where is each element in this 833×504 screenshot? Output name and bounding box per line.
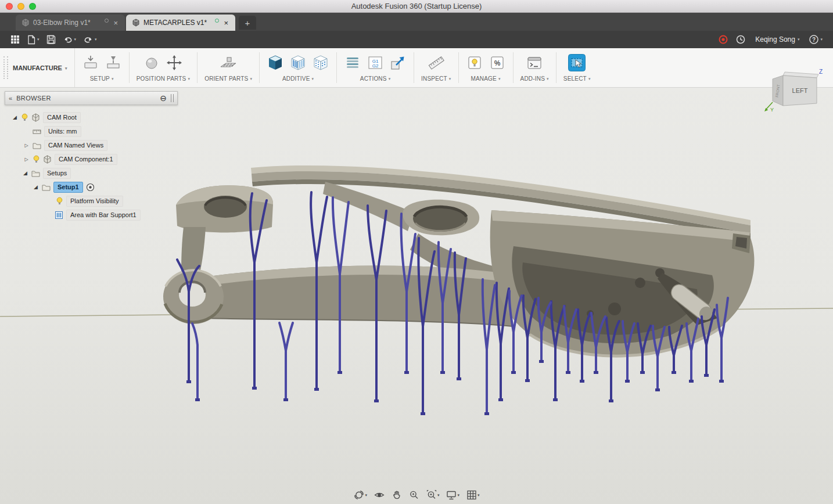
support-bars-button[interactable]: [289, 54, 307, 71]
fit-button[interactable]: ▾: [425, 489, 440, 501]
viewcube-face-label[interactable]: LEFT: [792, 87, 808, 94]
help-menu-button[interactable]: ? ▾: [805, 33, 826, 46]
select-tool-button[interactable]: [568, 53, 586, 72]
export-button[interactable]: [389, 54, 407, 71]
zoom-button[interactable]: [408, 489, 420, 501]
additive-setup-button[interactable]: [105, 54, 122, 71]
bar-support-icon: [55, 211, 63, 219]
support-solid-button[interactable]: [267, 54, 284, 71]
undo-button[interactable]: ▾: [59, 34, 80, 45]
additive-menu[interactable]: ADDITIVE▾: [282, 75, 314, 82]
visibility-bulb-icon[interactable]: [21, 113, 28, 121]
tree-item-label: Setups: [43, 168, 71, 179]
job-status-button[interactable]: [732, 33, 749, 46]
hide-panel-icon[interactable]: ⊖: [160, 94, 167, 102]
ribbon-group-inspect: INSPECT▾: [414, 48, 458, 87]
dropdown-caret-icon: ▾: [798, 37, 800, 42]
scripts-addins-button[interactable]: [526, 54, 543, 71]
visibility-bulb-icon[interactable]: [33, 155, 40, 163]
dropdown-caret-icon: ▾: [312, 77, 314, 81]
tree-item-units[interactable]: Units: mm: [33, 125, 178, 137]
orbit-button[interactable]: ▾: [353, 489, 368, 501]
tree-item-label: CAM Named Views: [44, 140, 107, 151]
redo-icon: [83, 35, 94, 44]
redo-button[interactable]: ▾: [80, 34, 100, 45]
user-menu[interactable]: Keqing Song ▾: [755, 35, 799, 44]
tab-label: 03-Elbow Ring v1*: [33, 19, 101, 27]
window-title: Autodesk Fusion 360 (Startup License): [351, 2, 482, 10]
actions-menu[interactable]: ACTIONS▾: [360, 75, 391, 82]
machine-library-button[interactable]: %: [489, 54, 506, 71]
app-grid-button[interactable]: [7, 33, 23, 46]
browser-title: BROWSER: [16, 95, 51, 102]
close-window-button[interactable]: [6, 3, 13, 10]
minimize-window-button[interactable]: [17, 3, 24, 10]
workspace-selector[interactable]: MANUFACTURE ▾: [9, 48, 74, 87]
dropdown-caret-icon: ▾: [65, 66, 67, 71]
expand-arrow-icon[interactable]: ◢: [33, 184, 39, 190]
tree-item-area-bar-support[interactable]: Area with Bar Support1: [55, 209, 178, 221]
tree-item-setup1[interactable]: ◢ Setup1: [33, 181, 178, 193]
print-settings-button[interactable]: [466, 54, 483, 71]
ribbon-group-orient-parts: ORIENT PARTS▾: [198, 48, 259, 87]
measure-button[interactable]: [428, 54, 445, 71]
pan-button[interactable]: [390, 489, 403, 501]
select-menu[interactable]: SELECT▾: [563, 75, 591, 82]
record-button[interactable]: [714, 33, 732, 46]
new-setup-button[interactable]: [82, 54, 99, 71]
tree-item-cam-component[interactable]: ▷ CAM Component:1: [23, 153, 178, 165]
setup-menu[interactable]: SETUP▾: [90, 75, 114, 82]
document-tab-elbow-ring[interactable]: 03-Elbow Ring v1* ×: [16, 15, 125, 31]
ribbon-grip[interactable]: [3, 56, 8, 79]
orient-parts-button[interactable]: [219, 54, 238, 71]
display-settings-button[interactable]: ▾: [446, 489, 461, 501]
collapse-panel-icon[interactable]: «: [9, 95, 11, 102]
target-icon[interactable]: [86, 183, 95, 192]
document-tab-metacarples[interactable]: METACARPLES v1* ×: [126, 15, 235, 31]
setups-folder-icon: [31, 170, 40, 177]
support-lattice-button[interactable]: [312, 54, 329, 71]
tree-item-platform-visibility[interactable]: Platform Visibility: [56, 195, 178, 207]
expand-arrow-icon[interactable]: ▷: [23, 157, 30, 162]
tree-item-cam-named-views[interactable]: ▷ CAM Named Views: [23, 139, 178, 151]
dropdown-caret-icon: ▾: [95, 37, 97, 42]
panel-grip[interactable]: [171, 94, 174, 102]
view-cube[interactable]: Z LEFT FRONT Y: [763, 67, 824, 120]
ribbon-group-setup: SETUP▾: [75, 48, 129, 87]
folder-icon: [33, 142, 41, 149]
tree-item-setups[interactable]: ◢ Setups: [22, 167, 178, 179]
tree-item-label: Units: mm: [44, 126, 81, 137]
grid-snaps-button[interactable]: ▾: [465, 489, 480, 501]
dropdown-caret-icon: ▾: [37, 37, 40, 42]
tree-item-label: Platform Visibility: [66, 196, 123, 207]
position-parts-menu[interactable]: POSITION PARTS▾: [137, 75, 191, 82]
orient-parts-menu[interactable]: ORIENT PARTS▾: [204, 75, 252, 82]
new-tab-button[interactable]: +: [239, 16, 256, 30]
add-ins-menu[interactable]: ADD-INS▾: [520, 75, 549, 82]
svg-text:G2: G2: [372, 63, 379, 69]
close-tab-icon[interactable]: ×: [222, 19, 229, 27]
browser-tree: ◢ CAM Root Units: mm ▷ CAM Named Views ▷…: [5, 105, 178, 221]
post-process-button[interactable]: G1G2: [367, 54, 384, 71]
inspect-menu[interactable]: INSPECT▾: [421, 75, 451, 82]
expand-arrow-icon[interactable]: ▷: [23, 143, 30, 148]
look-at-button[interactable]: [373, 489, 385, 501]
zoom-window-button[interactable]: [29, 3, 36, 10]
tree-item-cam-root[interactable]: ◢ CAM Root: [12, 111, 178, 123]
arrange-button[interactable]: [143, 54, 160, 71]
browser-header[interactable]: « BROWSER ⊖: [5, 91, 178, 105]
visibility-bulb-icon[interactable]: [56, 197, 63, 205]
manage-menu[interactable]: MANAGE▾: [471, 75, 500, 82]
close-tab-icon[interactable]: ×: [112, 19, 119, 27]
dropdown-caret-icon: ▾: [820, 37, 823, 42]
axis-y-arrow: [764, 108, 768, 111]
expand-arrow-icon[interactable]: ◢: [22, 170, 28, 176]
save-button[interactable]: [43, 33, 59, 46]
window-controls: [6, 3, 36, 10]
expand-arrow-icon[interactable]: ◢: [12, 114, 18, 120]
file-menu-button[interactable]: ▾: [23, 33, 43, 46]
move-parts-button[interactable]: [166, 54, 183, 71]
generate-toolpath-button[interactable]: [344, 54, 361, 71]
orbit-icon: [353, 489, 364, 501]
dropdown-caret-icon: ▾: [477, 493, 480, 498]
